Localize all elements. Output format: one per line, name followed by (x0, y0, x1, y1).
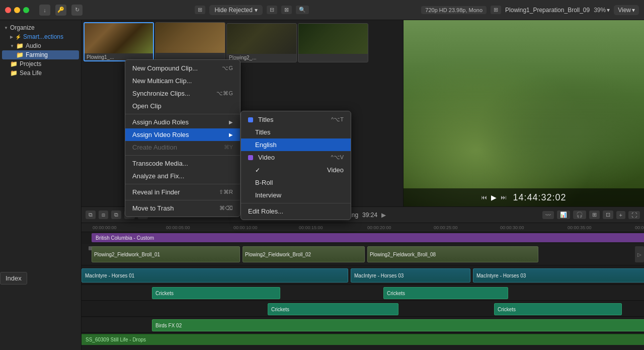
layout-icon[interactable]: ⊞ (589, 211, 600, 219)
menu-sync-clips[interactable]: Synchronize Clips... ⌥⌘G (125, 87, 240, 100)
edit-roles-label: Edit Roles... (248, 207, 283, 215)
waveform-icon[interactable]: 〰 (542, 211, 554, 219)
clip-thumbnail[interactable]: Plowing1_... (84, 22, 154, 61)
submenu-titles-role[interactable]: Titles ^⌥T (241, 113, 351, 126)
clip-thumbnail-image (227, 24, 296, 54)
birds-clip[interactable]: Birds FX 02 (152, 319, 644, 331)
submenu-edit-roles[interactable]: Edit Roles... (241, 205, 351, 218)
preview-controls-bar: ⏮ ▶ ⏭ 14:44:32:02 (404, 188, 644, 206)
horses-clip-3[interactable]: MacIntyre - Horses 03 (473, 268, 644, 283)
video-clip-1[interactable]: Plowing2_Fieldwork_Broll_01 (92, 246, 240, 262)
clip-format-info: 720p HD 23.98p, Mono (421, 6, 487, 14)
audio-track-crickets-2: Crickets Crickets (82, 302, 644, 317)
submenu-titles-sub[interactable]: Titles (241, 126, 351, 138)
sidebar-item-sea-life[interactable]: 📁 Sea Life (2, 68, 79, 78)
horses-clip-3-label: MacIntyre - Horses 03 (476, 273, 526, 278)
audio-track-horses: MacIntyre - Horses 01 MacIntyre - Horses… (82, 266, 644, 285)
menu-new-compound[interactable]: New Compound Clip... ⌥G (125, 62, 240, 75)
hide-rejected-button[interactable]: Hide Rejected ▾ (209, 5, 262, 15)
audio-meter-icon[interactable]: 📊 (557, 211, 570, 219)
clip-thumbnail[interactable] (155, 22, 225, 61)
maximize-button[interactable] (23, 7, 29, 13)
submenu-english[interactable]: English (241, 138, 351, 151)
expand-icon[interactable]: ⊡ (603, 211, 613, 219)
index-tab[interactable]: Index (0, 272, 27, 285)
submenu-video-roles: Titles ^⌥T Titles English Video ^⌥V ✓ Vi… (240, 111, 351, 220)
triangle-icon: ▶ (10, 35, 13, 39)
forward-icon[interactable]: ⏭ (501, 194, 507, 201)
sidebar-item-projects[interactable]: 📁 Projects (2, 59, 79, 68)
horses-clip-1[interactable]: MacIntyre - Horses 01 (82, 268, 348, 283)
zoom-out-icon[interactable]: ⛶ (628, 211, 640, 219)
video-clip-2[interactable]: Plowing2_Fieldwork_Broll_02 (243, 246, 365, 262)
view-toggle-grid[interactable]: ⊟ (267, 6, 277, 14)
submenu-video-role[interactable]: Video ^⌥V (241, 151, 351, 164)
menu-item-label: New Compound Clip... (132, 64, 198, 72)
sidebar-smart-label: Smart...ections (23, 33, 63, 40)
crickets-clip-3[interactable]: Crickets (268, 303, 398, 315)
search-icon[interactable]: 🔍 (296, 6, 309, 14)
timeline-right-controls: 〰 📊 🎧 ⊞ ⊡ + ⛶ (542, 211, 640, 219)
nav-right-icon[interactable]: ▶ (381, 212, 386, 219)
menu-item-label: Create Audition (132, 144, 177, 151)
british-columbia-clip[interactable]: British Columbia - Custom (92, 233, 644, 242)
menu-trash[interactable]: Move to Trash ⌘⌫ (125, 202, 240, 215)
role-label: Titles (258, 116, 274, 123)
timeline-ruler: 00:00:00:00 00:00:05:00 00:00:10:00 00:0… (82, 223, 644, 232)
sidebar-farming-label: Farming (26, 51, 48, 58)
sidebar-item-smart-collections[interactable]: ▶ ⚡ Smart...ections (2, 32, 79, 41)
titlebar-toolbar: ↓ 🔑 ↻ (39, 5, 83, 16)
key-icon[interactable]: 🔑 (55, 5, 66, 16)
menu-analyze[interactable]: Analyze and Fix... (125, 170, 240, 182)
horses-clip-2[interactable]: MacIntyre - Horses 03 (351, 268, 470, 283)
timeline-settings-icon[interactable]: ⧉ (111, 211, 121, 219)
menu-transcode[interactable]: Transcode Media... (125, 157, 240, 170)
headphone-icon[interactable]: 🎧 (573, 211, 586, 219)
minimize-button[interactable] (14, 7, 20, 13)
submenu-interview[interactable]: Interview (241, 189, 351, 201)
view-toggle-list[interactable]: ⊞ (195, 6, 205, 14)
view-chevron-icon: ▾ (632, 7, 635, 14)
crickets-clip-4[interactable]: Crickets (494, 303, 622, 315)
rewind-icon[interactable]: ⏮ (481, 194, 487, 201)
submenu-video-sub[interactable]: ✓ Video (241, 164, 351, 176)
menu-item-label: Move to Trash (132, 204, 174, 212)
clip-expand-icon[interactable]: ⊞ (491, 6, 501, 14)
menu-shortcut: ⌥G (222, 65, 233, 72)
menu-divider (125, 200, 240, 200)
video-clip-1-label: Plowing2_Fieldwork_Broll_01 (94, 252, 160, 257)
menu-item-label: Transcode Media... (132, 160, 188, 167)
import-icon[interactable]: ↓ (39, 5, 50, 16)
hide-rejected-label: Hide Rejected (214, 7, 252, 14)
sync-icon[interactable]: ↻ (71, 5, 83, 16)
menu-open-clip[interactable]: Open Clip (125, 100, 240, 112)
crickets-clip-1[interactable]: Crickets (152, 287, 280, 299)
folder-icon: 📁 (10, 69, 18, 77)
clip-thumbnail[interactable]: Plowing2_... (226, 23, 297, 62)
crickets-clip-2[interactable]: Crickets (383, 287, 508, 299)
menu-assign-audio[interactable]: Assign Audio Roles ▶ (125, 116, 240, 128)
timeline-audio-icon[interactable]: ⧈ (99, 211, 108, 219)
menu-reveal[interactable]: Reveal in Finder ⇧⌘R (125, 186, 240, 198)
timeline-clip-icon[interactable]: ⧉ (86, 211, 96, 219)
folder-icon: 📁 (16, 42, 24, 49)
clip-thumbnail[interactable] (298, 23, 368, 62)
sidebar-item-organize[interactable]: ▼ Organize (2, 23, 79, 32)
zoom-in-icon[interactable]: + (616, 211, 625, 219)
bottom-clip-label: SS_60309 Still Life - Drops (86, 337, 146, 342)
view-button[interactable]: View ▾ (614, 5, 639, 15)
clip-grid: Plowing1_... Plowing2_... (84, 22, 401, 62)
folder-icon: 📁 (16, 51, 24, 58)
sidebar-item-farming[interactable]: 📁 Farming (2, 50, 79, 59)
video-clip-3[interactable]: Plowing2_Fieldwork_Broll_08 (367, 246, 538, 262)
horses-clip-1-label: MacIntyre - Horses 01 (85, 273, 134, 278)
folder-icon: 📁 (10, 60, 18, 67)
view-toggle-filmstrip[interactable]: ⊠ (281, 6, 292, 14)
close-button[interactable] (5, 7, 11, 13)
menu-assign-video[interactable]: Assign Video Roles ▶ (125, 128, 240, 141)
sidebar-item-audio[interactable]: ▼ 📁 Audio (2, 41, 79, 50)
sidebar-sea-life-label: Sea Life (20, 69, 42, 77)
submenu-b-roll[interactable]: B-Roll (241, 176, 351, 189)
play-icon[interactable]: ▶ (491, 193, 497, 201)
menu-new-multicam[interactable]: New Multicam Clip... (125, 75, 240, 87)
